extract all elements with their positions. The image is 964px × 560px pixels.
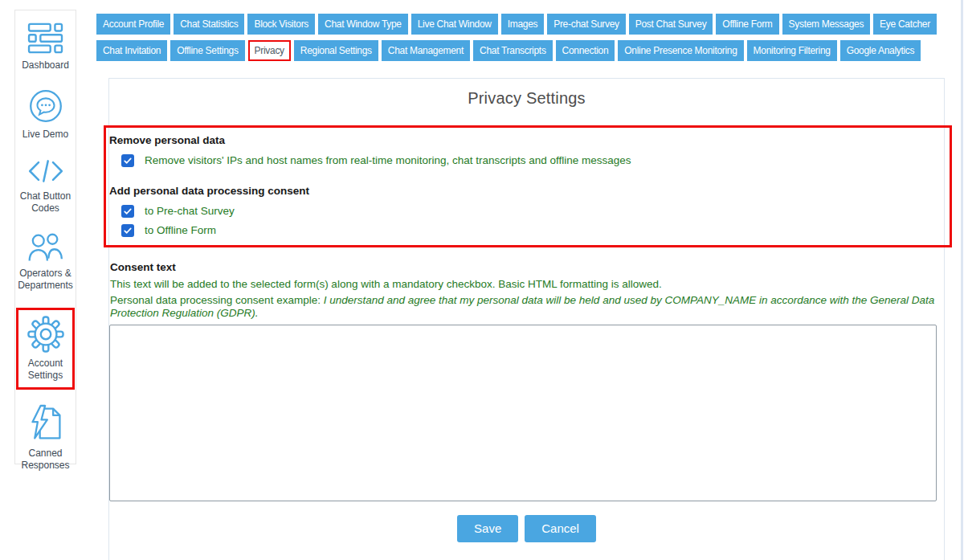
users-icon bbox=[27, 231, 65, 263]
page-title: Privacy Settings bbox=[109, 89, 944, 108]
tab-account-profile[interactable]: Account Profile bbox=[96, 14, 170, 35]
form-actions: Save Cancel bbox=[109, 515, 944, 542]
save-button[interactable]: Save bbox=[457, 515, 518, 542]
consent-text-example: Personal data processing consent example… bbox=[110, 294, 937, 321]
consent-prechat-checkbox[interactable] bbox=[121, 205, 134, 218]
tab-eye-catcher[interactable]: Eye Catcher bbox=[873, 14, 937, 35]
consent-offline-checkbox[interactable] bbox=[121, 224, 134, 237]
highlighted-settings-annotation: Remove personal data Remove visitors' IP… bbox=[104, 125, 952, 247]
tab-chat-window-type[interactable]: Chat Window Type bbox=[318, 14, 408, 35]
tab-online-presence-monitoring[interactable]: Online Presence Monitoring bbox=[618, 40, 743, 61]
sidebar: Dashboard Live Demo Chat Button Codes bbox=[14, 10, 76, 464]
sidebar-item-label: Account Settings bbox=[19, 358, 71, 381]
remove-personal-data-heading: Remove personal data bbox=[109, 133, 950, 147]
tab-chat-statistics[interactable]: Chat Statistics bbox=[174, 14, 244, 35]
tab-live-chat-window[interactable]: Live Chat Window bbox=[411, 14, 498, 35]
sidebar-item-live-demo[interactable]: Live Demo bbox=[16, 88, 75, 141]
tab-post-chat-survey[interactable]: Post Chat Survey bbox=[629, 14, 713, 35]
gear-icon bbox=[27, 316, 64, 353]
remove-ips-row: Remove visitors' IPs and host names from… bbox=[121, 154, 950, 167]
code-icon bbox=[27, 157, 64, 186]
tab-pre-chat-survey[interactable]: Pre-chat Survey bbox=[547, 14, 626, 35]
sidebar-item-label: Live Demo bbox=[22, 129, 68, 141]
tab-google-analytics[interactable]: Google Analytics bbox=[840, 40, 921, 61]
consent-offline-label: to Offline Form bbox=[145, 224, 216, 237]
speech-bubble-icon bbox=[28, 88, 63, 124]
sidebar-item-account-settings[interactable]: Account Settings bbox=[16, 308, 75, 390]
sidebar-item-label: Dashboard bbox=[22, 59, 69, 72]
tab-block-visitors[interactable]: Block Visitors bbox=[247, 14, 315, 35]
sidebar-item-canned-responses[interactable]: Canned Responses bbox=[16, 404, 75, 471]
consent-prechat-row: to Pre-chat Survey bbox=[121, 205, 950, 218]
remove-ips-checkbox[interactable] bbox=[121, 154, 134, 167]
tabs-row-2: Chat InvitationOffline SettingsPrivacyRe… bbox=[96, 40, 954, 61]
tabs-row-1: Account ProfileChat StatisticsBlock Visi… bbox=[96, 14, 954, 35]
tab-connection[interactable]: Connection bbox=[556, 40, 615, 61]
cancel-button[interactable]: Cancel bbox=[525, 515, 596, 542]
tab-monitoring-filtering[interactable]: Monitoring Filtering bbox=[747, 40, 837, 61]
add-consent-heading: Add personal data processing consent bbox=[109, 184, 950, 198]
sidebar-item-operators-departments[interactable]: Operators & Departments bbox=[16, 231, 75, 291]
tab-offline-settings[interactable]: Offline Settings bbox=[170, 40, 244, 61]
consent-text-heading: Consent text bbox=[110, 260, 943, 274]
sidebar-item-chat-button-codes[interactable]: Chat Button Codes bbox=[16, 157, 75, 214]
sidebar-item-label: Canned Responses bbox=[16, 448, 75, 471]
settings-tabs: Account ProfileChat StatisticsBlock Visi… bbox=[96, 14, 954, 61]
tab-offline-form[interactable]: Offline Form bbox=[716, 14, 778, 35]
consent-textarea[interactable] bbox=[109, 325, 937, 501]
dashboard-icon bbox=[27, 22, 64, 55]
tab-regional-settings[interactable]: Regional Settings bbox=[294, 40, 378, 61]
privacy-settings-panel: Privacy Settings Remove personal data Re… bbox=[108, 78, 945, 560]
consent-text-section: Consent text This text will be added to … bbox=[109, 260, 944, 501]
example-prefix: Personal data processing consent example… bbox=[110, 294, 324, 306]
remove-ips-label: Remove visitors' IPs and host names from… bbox=[145, 154, 631, 167]
sidebar-item-label: Chat Button Codes bbox=[16, 190, 75, 214]
tab-system-messages[interactable]: System Messages bbox=[782, 14, 871, 35]
tab-chat-invitation[interactable]: Chat Invitation bbox=[96, 40, 167, 61]
sidebar-item-dashboard[interactable]: Dashboard bbox=[16, 22, 75, 72]
consent-text-description: This text will be added to the selected … bbox=[110, 278, 943, 292]
lightning-page-icon bbox=[28, 404, 63, 443]
tab-privacy[interactable]: Privacy bbox=[248, 40, 291, 61]
sidebar-item-label: Operators & Departments bbox=[16, 268, 75, 291]
tab-chat-transcripts[interactable]: Chat Transcripts bbox=[473, 40, 553, 61]
tab-images[interactable]: Images bbox=[501, 14, 545, 35]
consent-prechat-label: to Pre-chat Survey bbox=[145, 205, 235, 218]
consent-offline-row: to Offline Form bbox=[121, 224, 950, 237]
tab-chat-management[interactable]: Chat Management bbox=[382, 40, 470, 61]
page-right-edge bbox=[961, 0, 963, 560]
